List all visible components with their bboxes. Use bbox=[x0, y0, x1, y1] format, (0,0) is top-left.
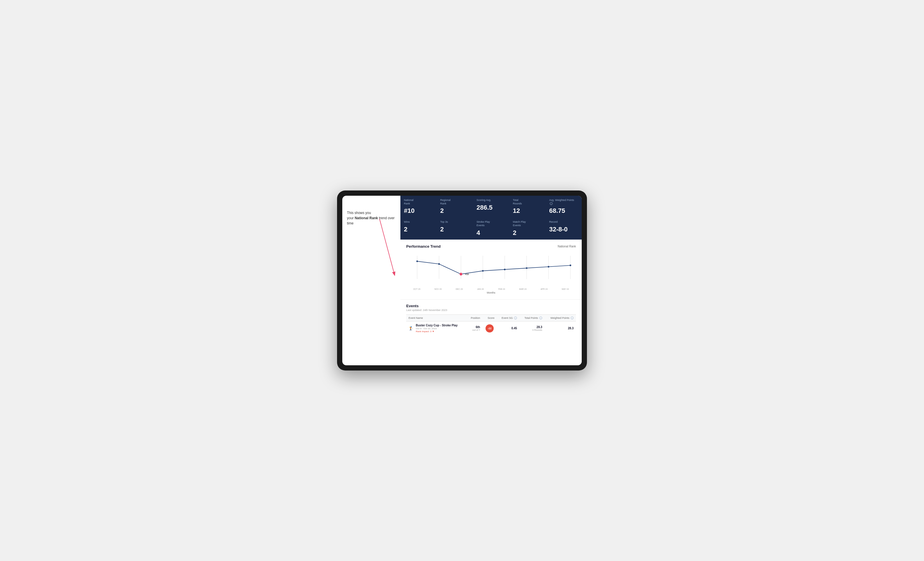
stat-national-rank-value: #10 bbox=[404, 207, 433, 215]
stat-total-rounds-label: TotalRounds bbox=[513, 199, 542, 205]
x-label-feb24: FEB 24 bbox=[491, 288, 512, 290]
event-sg: 0.45 bbox=[497, 322, 519, 335]
x-label-oct23: OCT 23 bbox=[406, 288, 428, 290]
th-score: Score bbox=[482, 314, 497, 322]
performance-title: Performance Trend bbox=[406, 244, 441, 248]
score-badge: -22 bbox=[486, 325, 494, 332]
stat-match-play-label: Match PlayEvents bbox=[513, 220, 542, 227]
info-icon-sg: i bbox=[514, 317, 517, 319]
performance-section: Performance Trend National Rank bbox=[400, 239, 582, 300]
stat-total-rounds: TotalRounds 12 bbox=[509, 196, 545, 217]
rank-impact-arrow: ▼ bbox=[432, 330, 434, 333]
stats-grid-row1: NationalRank #10 RegionalRank 2 Scoring … bbox=[400, 196, 582, 217]
stat-wins-value: 2 bbox=[404, 226, 433, 233]
stat-scoring-avg: Scoring Avg. 286.5 bbox=[473, 196, 509, 217]
x-label-apr24: APR 24 bbox=[534, 288, 555, 290]
stat-stroke-play-value: 4 bbox=[477, 229, 506, 236]
info-icon-weighted: i bbox=[550, 202, 553, 205]
svg-point-13 bbox=[482, 270, 484, 272]
x-label-dec23: DEC 23 bbox=[448, 288, 470, 290]
tablet-screen: This shows you your National Rank trend … bbox=[342, 196, 582, 365]
th-total-points: Total Points i bbox=[519, 314, 544, 322]
stat-match-play: Match PlayEvents 2 bbox=[509, 217, 545, 239]
rank-impact: Rank Impact: 3 ▼ bbox=[416, 330, 458, 333]
stat-total-rounds-value: 12 bbox=[513, 207, 542, 215]
stat-stroke-play-label: Stroke PlayEvents bbox=[477, 220, 506, 227]
event-score: -22 bbox=[482, 322, 497, 335]
event-icon: 🏌️ bbox=[408, 326, 414, 331]
stat-national-rank-label: NationalRank bbox=[404, 199, 433, 205]
annotation-line2: your bbox=[347, 216, 355, 220]
info-icon-wt: i bbox=[571, 317, 574, 319]
x-label-nov23: NOV 23 bbox=[428, 288, 448, 290]
event-name-cell: 🏌️ Buster Cozy Cup - Stroke Play Oct 9 -… bbox=[406, 322, 466, 335]
annotation-line1: This shows you bbox=[347, 211, 371, 215]
stat-wins-label: Wins bbox=[404, 220, 433, 224]
svg-point-11 bbox=[438, 263, 440, 265]
stat-record: Record 32-8-0 bbox=[546, 217, 582, 239]
svg-point-15 bbox=[526, 267, 528, 269]
svg-point-16 bbox=[548, 266, 549, 268]
svg-line-1 bbox=[380, 219, 394, 275]
svg-point-14 bbox=[504, 269, 506, 270]
x-label-may24: MAY 24 bbox=[555, 288, 576, 290]
svg-point-10 bbox=[416, 260, 418, 262]
stat-avg-weighted-points: Avg. Weighted Points i 68.75 bbox=[546, 196, 582, 217]
th-event-sg: Event SG i bbox=[497, 314, 519, 322]
perf-header: Performance Trend National Rank bbox=[406, 244, 576, 248]
stat-top3s: Top 3s 2 bbox=[437, 217, 473, 239]
stat-scoring-avg-label: Scoring Avg. bbox=[477, 199, 506, 202]
performance-chart: #10 bbox=[406, 252, 576, 287]
x-label-mar24: MAR 24 bbox=[512, 288, 534, 290]
th-position: Position bbox=[466, 314, 482, 322]
th-weighted-points: Weighted Points i bbox=[544, 314, 576, 322]
weighted-points: 28.3 bbox=[544, 322, 576, 335]
stat-scoring-avg-value: 286.5 bbox=[477, 204, 506, 211]
annotation-bold: National Rank bbox=[355, 216, 378, 220]
stat-match-play-value: 2 bbox=[513, 229, 542, 236]
annotation-text: This shows you your National Rank trend … bbox=[347, 210, 396, 226]
x-axis-title: Months bbox=[406, 291, 576, 294]
info-icon-total: i bbox=[539, 317, 542, 319]
stat-wins: Wins 2 bbox=[400, 217, 436, 239]
stat-regional-rank: RegionalRank 2 bbox=[437, 196, 473, 217]
stat-regional-rank-value: 2 bbox=[440, 207, 469, 215]
stat-avg-weighted-label: Avg. Weighted Points i bbox=[549, 199, 578, 205]
x-label-jan24: JAN 24 bbox=[470, 288, 491, 290]
stat-avg-weighted-value: 68.75 bbox=[549, 207, 578, 215]
stat-top3s-label: Top 3s bbox=[440, 220, 469, 224]
event-name: Buster Cozy Cup - Stroke Play bbox=[416, 324, 458, 327]
stat-stroke-play: Stroke PlayEvents 4 bbox=[473, 217, 509, 239]
events-table: Event Name Position Score Event SG i bbox=[406, 314, 576, 335]
events-section: Events Last updated: 24th November 2023 … bbox=[400, 300, 582, 340]
table-row: 🏌️ Buster Cozy Cup - Stroke Play Oct 9 -… bbox=[406, 322, 576, 335]
events-last-updated: Last updated: 24th November 2023 bbox=[406, 309, 576, 311]
th-event-name: Event Name bbox=[406, 314, 466, 322]
svg-text:#10: #10 bbox=[465, 273, 469, 275]
svg-point-17 bbox=[570, 265, 571, 266]
stat-top3s-value: 2 bbox=[440, 226, 469, 233]
stat-record-label: Record bbox=[549, 220, 578, 224]
performance-subtitle: National Rank bbox=[558, 245, 576, 248]
main-content: NationalRank #10 RegionalRank 2 Scoring … bbox=[400, 196, 582, 365]
total-points: 28.3 3 Rounds bbox=[519, 322, 544, 335]
stats-grid-row2: Wins 2 Top 3s 2 Stroke PlayEvents 4 Matc… bbox=[400, 217, 582, 239]
annotation-area: This shows you your National Rank trend … bbox=[342, 196, 400, 365]
chart-container: #10 bbox=[406, 252, 576, 287]
svg-point-12 bbox=[460, 273, 462, 275]
stat-national-rank: NationalRank #10 bbox=[400, 196, 436, 217]
events-title: Events bbox=[406, 304, 576, 308]
event-date: Oct 9 - Oct 10, 2023 bbox=[416, 327, 458, 330]
tablet-frame: This shows you your National Rank trend … bbox=[337, 190, 587, 371]
stat-record-value: 32-8-0 bbox=[549, 226, 578, 233]
event-position: 6th out of 7 bbox=[466, 322, 482, 335]
stat-regional-rank-label: RegionalRank bbox=[440, 199, 469, 205]
x-axis-labels: OCT 23 NOV 23 DEC 23 JAN 24 FEB 24 MAR 2… bbox=[406, 287, 576, 290]
